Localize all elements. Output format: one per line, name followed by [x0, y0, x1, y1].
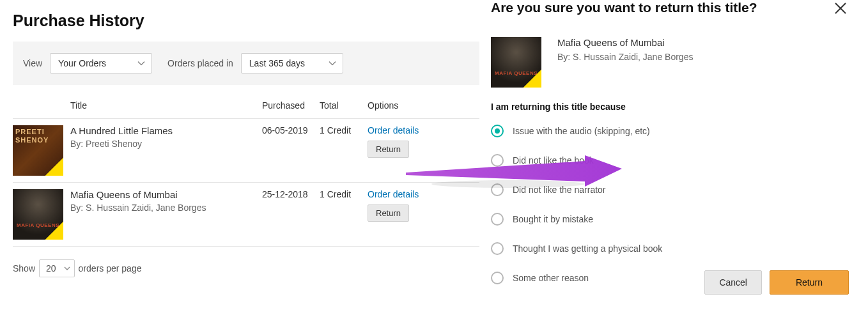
placed-select[interactable]: Last 365 days — [241, 53, 343, 73]
order-title[interactable]: A Hundred Little Flames — [70, 125, 262, 136]
return-item: MAFIA QUEENS Mafia Queens of Mumbai By: … — [491, 37, 855, 88]
reason-label: Thought I was getting a physical book — [513, 243, 662, 254]
col-options: Options — [368, 100, 479, 111]
reason-label: Issue with the audio (skipping, etc) — [513, 126, 650, 136]
reason-option[interactable]: Bought it by mistake — [491, 213, 855, 226]
radio-icon[interactable] — [491, 125, 504, 137]
view-label: View — [23, 58, 42, 68]
audible-badge-icon — [45, 158, 63, 176]
book-cover[interactable] — [13, 125, 63, 176]
cover-text: MAFIA QUEENS — [491, 70, 541, 76]
return-dialog: Are you sure you want to return this tit… — [491, 0, 855, 301]
dialog-actions: Cancel Return — [704, 270, 849, 295]
return-item-title: Mafia Queens of Mumbai — [557, 37, 693, 48]
order-byline: By: S. Hussain Zaidi, Jane Borges — [70, 203, 262, 213]
reason-option[interactable]: Did not like the narrator — [491, 183, 855, 196]
col-purchased: Purchased — [262, 100, 320, 111]
table-row: MAFIA QUEENS Mafia Queens of Mumbai By: … — [13, 183, 479, 247]
reason-label: Some other reason — [513, 273, 589, 283]
view-select-value: Your Orders — [58, 58, 106, 68]
reason-list: Issue with the audio (skipping, etc) Did… — [491, 125, 855, 284]
reason-heading: I am returning this title because — [491, 102, 855, 112]
pager-select[interactable]: 20 — [39, 259, 75, 277]
filter-bar: View Your Orders Orders placed in Last 3… — [13, 42, 479, 85]
order-details-link[interactable]: Order details — [368, 189, 479, 199]
reason-label: Did not like the book — [513, 155, 594, 166]
placed-label: Orders placed in — [167, 58, 233, 68]
pager-show-label: Show — [13, 263, 35, 273]
order-details-link[interactable]: Order details — [368, 125, 479, 135]
pager: Show 20 orders per page — [13, 259, 479, 277]
radio-icon[interactable] — [491, 183, 504, 196]
pager-suffix: orders per page — [79, 263, 142, 273]
page-title: Purchase History — [13, 12, 479, 30]
pager-value: 20 — [46, 263, 56, 273]
book-cover[interactable]: MAFIA QUEENS — [13, 189, 63, 240]
placed-select-value: Last 365 days — [249, 58, 305, 68]
cancel-button[interactable]: Cancel — [704, 270, 762, 295]
radio-icon[interactable] — [491, 242, 504, 255]
radio-icon[interactable] — [491, 213, 504, 226]
reason-option[interactable]: Issue with the audio (skipping, etc) — [491, 125, 855, 137]
order-title[interactable]: Mafia Queens of Mumbai — [70, 189, 262, 200]
return-button[interactable]: Return — [368, 141, 409, 158]
order-byline: By: Preeti Shenoy — [70, 139, 262, 149]
cover-text: MAFIA QUEENS — [13, 222, 63, 228]
chevron-down-icon — [64, 266, 70, 270]
dialog-title: Are you sure you want to return this tit… — [491, 0, 855, 15]
chevron-down-icon — [137, 61, 145, 66]
radio-icon[interactable] — [491, 272, 504, 284]
return-button[interactable]: Return — [368, 204, 409, 222]
table-row: A Hundred Little Flames By: Preeti Sheno… — [13, 119, 479, 183]
order-purchased: 25-12-2018 — [262, 189, 320, 199]
reason-option[interactable]: Did not like the book — [491, 154, 855, 167]
col-total: Total — [320, 100, 368, 111]
reason-label: Bought it by mistake — [513, 214, 593, 224]
order-total: 1 Credit — [320, 125, 368, 135]
reason-label: Did not like the narrator — [513, 185, 606, 195]
return-item-byline: By: S. Hussain Zaidi, Jane Borges — [557, 52, 693, 62]
confirm-return-button[interactable]: Return — [770, 270, 849, 295]
view-select[interactable]: Your Orders — [50, 53, 152, 73]
book-cover: MAFIA QUEENS — [491, 37, 541, 88]
col-title: Title — [70, 100, 262, 111]
radio-icon[interactable] — [491, 154, 504, 167]
order-purchased: 06-05-2019 — [262, 125, 320, 135]
order-total: 1 Credit — [320, 189, 368, 199]
reason-option[interactable]: Thought I was getting a physical book — [491, 242, 855, 255]
table-header: Title Purchased Total Options — [13, 91, 479, 119]
close-icon[interactable] — [832, 0, 849, 19]
purchase-history-panel: Purchase History View Your Orders Orders… — [13, 0, 479, 277]
chevron-down-icon — [329, 61, 336, 66]
